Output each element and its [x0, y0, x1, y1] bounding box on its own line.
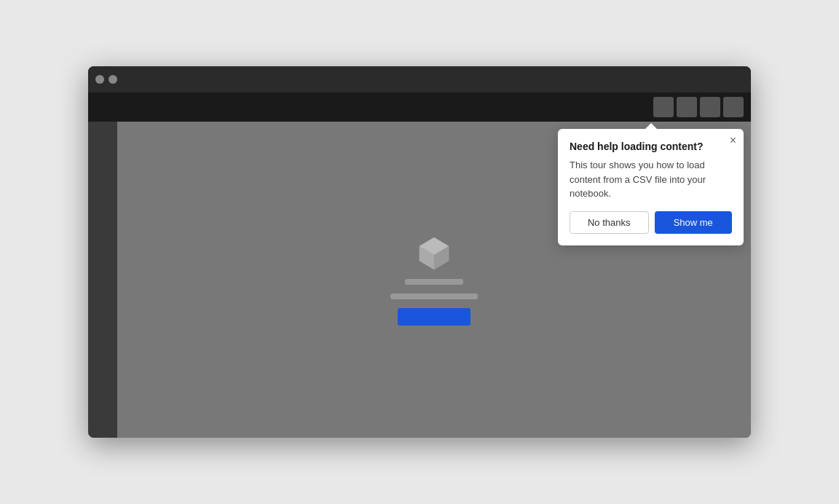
toolbar-btn-4[interactable] [723, 97, 744, 117]
toolbar-btn-3[interactable] [700, 97, 720, 117]
center-placeholder [390, 234, 478, 326]
popover-actions: No thanks Show me [570, 211, 732, 234]
toolbar-btn-2[interactable] [677, 97, 697, 117]
show-me-button[interactable]: Show me [655, 211, 733, 234]
minimize-button[interactable] [109, 75, 117, 84]
help-popover: × Need help loading content? This tour s… [558, 129, 744, 245]
main-content: × Need help loading content? This tour s… [88, 122, 751, 438]
app-window: × Need help loading content? This tour s… [88, 66, 751, 438]
traffic-lights [95, 75, 117, 84]
cube-icon [416, 234, 452, 270]
placeholder-line-2 [390, 294, 478, 299]
left-sidebar [88, 122, 117, 438]
title-bar [88, 66, 751, 92]
toolbar [88, 92, 751, 122]
popover-title: Need help loading content? [570, 141, 720, 152]
close-button[interactable] [95, 75, 104, 84]
no-thanks-button[interactable]: No thanks [570, 211, 649, 234]
popover-close-button[interactable]: × [730, 135, 736, 146]
placeholder-cta-button[interactable] [398, 308, 470, 326]
popover-body: This tour shows you how to load content … [570, 158, 732, 201]
placeholder-line-1 [405, 279, 463, 285]
toolbar-btn-1[interactable] [653, 97, 674, 117]
